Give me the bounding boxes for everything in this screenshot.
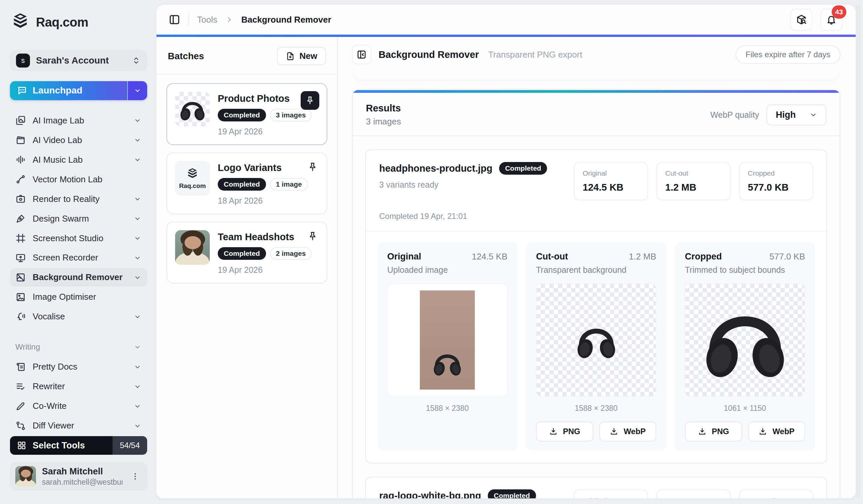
sidebar-item-background-remover[interactable]: Background Remover	[10, 268, 147, 286]
download-png-button[interactable]: PNG	[536, 422, 593, 441]
sidebar-item-label: AI Music Lab	[33, 155, 126, 165]
expiry-note-badge: Files expire after 7 days	[736, 45, 840, 64]
tool-main: Background Remover Transparent PNG expor…	[338, 37, 856, 498]
completed-timestamp: Completed 19 Apr, 21:01	[366, 200, 826, 231]
sidebar-item-label: Image Optimiser	[33, 292, 142, 302]
package-search-button[interactable]	[790, 9, 812, 30]
collapse-panel-button[interactable]	[352, 45, 371, 64]
batch-card-team-headshots[interactable]: Team Headshots Completed 2 images 19 Apr…	[166, 222, 327, 283]
download-webp-button[interactable]: WebP	[748, 422, 805, 441]
sidebar: Raq.com s Sarah's Account Launchpad AI I	[0, 0, 157, 504]
batches-title: Batches	[168, 51, 204, 62]
new-batch-button[interactable]: New	[277, 47, 326, 65]
pin-button[interactable]	[307, 231, 318, 242]
sidebar-item-image-optimiser[interactable]: Image Optimiser	[10, 288, 147, 306]
batch-date: 19 Apr 2026	[218, 127, 318, 137]
stat-cutout: Cut-out 1.2 MB	[656, 162, 730, 200]
camera-rotate-icon	[15, 194, 26, 204]
account-switcher[interactable]: s Sarah's Account	[10, 50, 147, 71]
launchpad-expand-button[interactable]	[128, 81, 147, 100]
chevron-down-icon	[133, 195, 142, 203]
user-profile[interactable]: Sarah Mitchell sarah.mitchell@westbur...	[10, 462, 147, 491]
batch-info: Logo Variants Completed 1 image 18 Apr 2…	[218, 161, 318, 206]
sidebar-item-render-to-reality[interactable]: Render to Reality	[10, 190, 147, 208]
notifications-button[interactable]: 43	[821, 9, 842, 30]
sidebar-item-design-swarm[interactable]: Design Swarm	[10, 210, 147, 228]
spline-icon	[15, 174, 26, 185]
pencil-icon	[15, 401, 26, 412]
stat-cropped: Cropped 305.2 KB	[739, 489, 813, 498]
download-webp-button[interactable]: WebP	[599, 422, 656, 441]
sidebar-item-label: Rewriter	[33, 381, 126, 391]
cropped-preview	[685, 283, 805, 397]
batch-thumbnail	[175, 92, 210, 126]
image-dimensions: 1061 × 1150	[685, 404, 805, 413]
grid-icon	[17, 440, 27, 450]
breadcrumb-tools[interactable]: Tools	[197, 15, 217, 25]
sidebar-item-rewriter[interactable]: Rewriter	[10, 377, 147, 396]
file-stats: Original 175.2 KB Cut-out 416.4 KB Cropp…	[574, 489, 813, 498]
chevron-down-icon	[133, 273, 142, 282]
sidebar-toggle-icon[interactable]	[168, 14, 180, 26]
pin-button[interactable]	[301, 91, 319, 110]
batch-list: Product Photos Completed 3 images 19 Apr…	[157, 75, 337, 292]
image-dimensions: 1588 × 2380	[536, 404, 656, 413]
sidebar-item-pretty-docs[interactable]: Pretty Docs	[10, 358, 147, 376]
select-tools-button[interactable]: Select Tools 54/54	[10, 436, 147, 455]
layers-logo-icon	[10, 12, 30, 33]
sidebar-item-vector-motion-lab[interactable]: Vector Motion Lab	[10, 170, 147, 189]
sidebar-item-vocalise[interactable]: Vocalise	[10, 307, 147, 326]
sidebar-item-label: Screenshot Studio	[33, 233, 126, 244]
audio-lines-icon	[15, 154, 26, 165]
sidebar-item-screen-recorder[interactable]: Screen Recorder	[10, 249, 147, 267]
results-header: Results 3 images WebP quality High	[353, 93, 840, 135]
account-name: Sarah's Account	[36, 55, 125, 66]
chevron-down-icon	[133, 363, 142, 371]
batch-info: Team Headshots Completed 2 images 19 Apr…	[218, 230, 318, 275]
message-icon	[17, 85, 27, 96]
writing-section-header[interactable]: Writing	[15, 342, 142, 352]
launchpad-button[interactable]: Launchpad	[10, 81, 147, 100]
sidebar-item-ai-video-lab[interactable]: AI Video Lab	[10, 131, 147, 150]
stat-cutout: Cut-out 416.4 KB	[656, 489, 730, 498]
variant-card-cutout: Cut-out 1.2 MB Transparent background 15…	[526, 242, 666, 451]
batch-title: Logo Variants	[218, 162, 318, 173]
status-badge: Completed	[218, 247, 266, 260]
pin-button[interactable]	[307, 162, 318, 172]
batch-card-logo-variants[interactable]: Raq.com Logo Variants Completed 1 image …	[166, 152, 327, 214]
batch-date: 19 Apr 2026	[218, 265, 318, 275]
chevron-down-icon	[133, 254, 142, 262]
batch-card-product-photos[interactable]: Product Photos Completed 3 images 19 Apr…	[166, 83, 327, 145]
chevron-right-icon	[225, 16, 234, 24]
sidebar-item-ai-image-lab[interactable]: AI Image Lab	[10, 112, 147, 130]
thumbnail-logo-text: Raq.com	[179, 182, 206, 190]
file-card-raq-logo: raq-logo-white-bg.png Completed 3 varian…	[365, 477, 827, 498]
webp-quality-select[interactable]: High	[766, 104, 826, 126]
launchpad-main[interactable]: Launchpad	[10, 81, 128, 100]
chevron-down-icon	[133, 234, 142, 243]
sidebar-item-screenshot-studio[interactable]: Screenshot Studio	[10, 229, 147, 247]
sidebar-item-label: Diff Viewer	[33, 421, 126, 431]
results-card: Results 3 images WebP quality High	[352, 90, 840, 498]
git-compare-icon	[15, 421, 26, 431]
status-badge: Completed	[499, 162, 547, 175]
header-accent-bar	[157, 35, 856, 37]
chevron-down-icon	[133, 155, 142, 164]
app-page: Raq.com s Sarah's Account Launchpad AI I	[0, 0, 863, 504]
chevron-down-icon	[133, 343, 142, 351]
batches-panel: Batches New Product Photos	[157, 37, 338, 498]
chevron-down-icon	[133, 382, 142, 391]
scrollbar[interactable]	[856, 5, 861, 498]
results-title: Results	[366, 103, 401, 114]
sidebar-item-ai-music-lab[interactable]: AI Music Lab	[10, 151, 147, 169]
scroll-text-icon	[15, 362, 26, 372]
app-frame: Tools Background Remover 43 Batches New	[157, 5, 856, 498]
breadcrumb-current: Background Remover	[241, 15, 331, 25]
more-options-icon[interactable]	[128, 470, 142, 483]
download-png-button[interactable]: PNG	[685, 422, 742, 441]
batch-thumbnail: Raq.com	[175, 161, 210, 196]
sidebar-item-co-write[interactable]: Co-Write	[10, 397, 147, 415]
sidebar-item-diff-viewer[interactable]: Diff Viewer	[10, 416, 147, 435]
cutout-preview	[536, 283, 656, 397]
chevron-down-icon	[133, 422, 142, 430]
